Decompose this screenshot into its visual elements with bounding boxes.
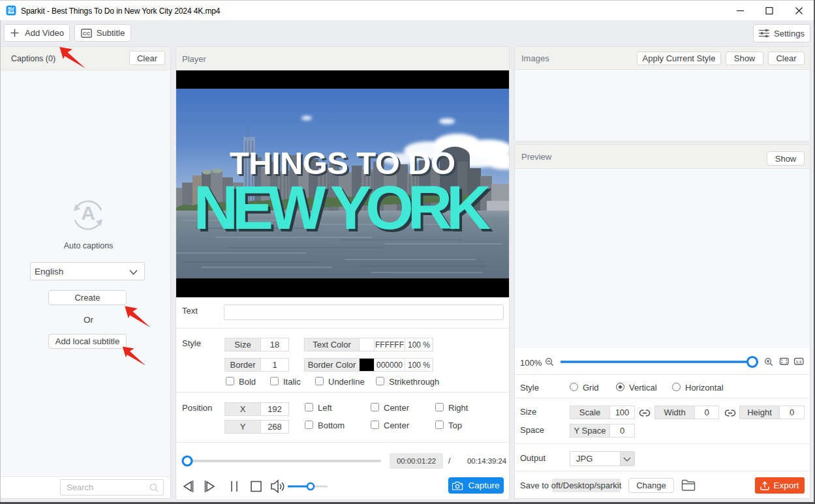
svg-text:A: A [81, 202, 95, 224]
svg-text:NEW YORK: NEW YORK [194, 173, 491, 242]
svg-text:CC: CC [83, 31, 91, 37]
svg-text:1:1: 1:1 [796, 360, 802, 364]
svg-text:/: / [448, 456, 451, 466]
svg-text:00:00:01:22: 00:00:01:22 [397, 457, 436, 465]
svg-text:00:14:39:24: 00:14:39:24 [467, 457, 506, 465]
